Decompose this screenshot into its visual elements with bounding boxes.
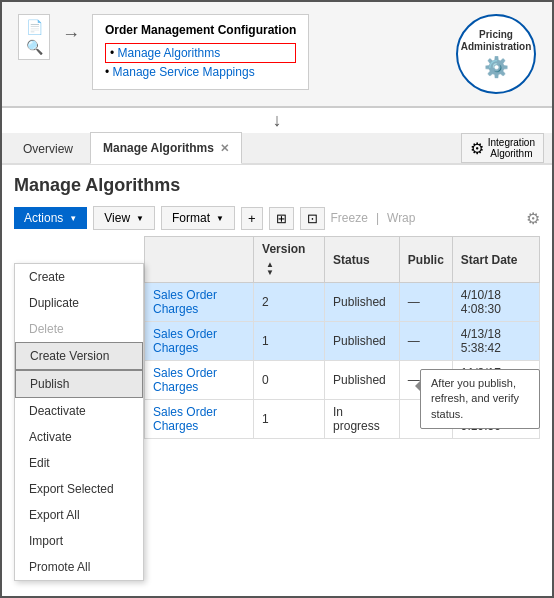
- row1-version: 2: [254, 283, 325, 322]
- tab-manage-algorithms-label: Manage Algorithms: [103, 141, 214, 155]
- tabs-bar: Overview Manage Algorithms ✕ ⚙ Integrati…: [2, 133, 552, 165]
- version-sort-icon[interactable]: ▲▼: [266, 261, 274, 277]
- row3-version: 0: [254, 361, 325, 400]
- callout-verify: After you publish, refresh, and verify s…: [420, 369, 540, 429]
- grid-button[interactable]: ⊞: [269, 207, 294, 230]
- pricing-admin-circle[interactable]: PricingAdministration ⚙️: [456, 14, 536, 94]
- top-left: 📄 🔍 → Order Management Configuration Man…: [18, 14, 309, 90]
- dropdown-item-edit[interactable]: Edit: [15, 450, 143, 476]
- dropdown-item-promote-all[interactable]: Promote All: [15, 554, 143, 580]
- config-box: Order Management Configuration Manage Al…: [92, 14, 309, 90]
- tab-overview[interactable]: Overview: [10, 132, 86, 164]
- wrap-label: Wrap: [387, 211, 415, 225]
- th-version: Version ▲▼: [254, 237, 325, 283]
- doc-icon: 📄: [26, 19, 43, 35]
- tab-overview-label: Overview: [23, 142, 73, 156]
- manage-service-mappings-link[interactable]: Manage Service Mappings: [113, 65, 255, 79]
- table-row: Sales Order Charges 1 Published — 4/13/1…: [145, 322, 540, 361]
- view-label: View: [104, 211, 130, 225]
- format-caret-icon: ▼: [216, 214, 224, 223]
- th-status: Status: [325, 237, 400, 283]
- toolbar: Actions ▼ View ▼ Format ▼ + ⊞ ⊡ Freeze |…: [14, 206, 540, 230]
- tab-manage-algorithms[interactable]: Manage Algorithms ✕: [90, 132, 242, 164]
- dropdown-item-export-all[interactable]: Export All: [15, 502, 143, 528]
- integration-algorithm-label: IntegrationAlgorithm: [488, 137, 535, 159]
- export-button[interactable]: ⊡: [300, 207, 325, 230]
- table-area: Create versions. Refresh page before you…: [144, 236, 540, 439]
- row4-link[interactable]: Sales Order Charges: [153, 405, 217, 433]
- dropdown-item-duplicate[interactable]: Duplicate: [15, 290, 143, 316]
- main-content: Manage Algorithms Actions ▼ View ▼ Forma…: [2, 165, 552, 449]
- actions-caret-icon: ▼: [69, 214, 77, 223]
- row1-public: —: [399, 283, 452, 322]
- row1-status: Published: [325, 283, 400, 322]
- arrow-right-icon: →: [62, 24, 80, 45]
- row2-name[interactable]: Sales Order Charges: [145, 322, 254, 361]
- row4-name[interactable]: Sales Order Charges: [145, 400, 254, 439]
- config-menu: Manage Algorithms Manage Service Mapping…: [105, 43, 296, 81]
- actions-dropdown: Create Duplicate Delete Create Version P…: [14, 263, 144, 581]
- dropdown-item-create[interactable]: Create: [15, 264, 143, 290]
- arrow-down-icon: ↓: [2, 108, 552, 133]
- th-start-date: Start Date: [452, 237, 539, 283]
- dropdown-item-export-selected[interactable]: Export Selected: [15, 476, 143, 502]
- table-header-row: Version ▲▼ Status Public Start Date: [145, 237, 540, 283]
- integration-algorithm-button[interactable]: ⚙ IntegrationAlgorithm: [461, 133, 544, 163]
- row4-status: In progress: [325, 400, 400, 439]
- top-section: 📄 🔍 → Order Management Configuration Man…: [2, 2, 552, 108]
- row2-public: —: [399, 322, 452, 361]
- row3-name[interactable]: Sales Order Charges: [145, 361, 254, 400]
- separator: |: [376, 211, 379, 225]
- menu-item-manage-service-mappings[interactable]: Manage Service Mappings: [105, 63, 296, 81]
- callout-verify-text: After you publish, refresh, and verify s…: [431, 377, 519, 420]
- row3-status: Published: [325, 361, 400, 400]
- dropdown-item-publish[interactable]: Publish: [15, 370, 143, 398]
- actions-label: Actions: [24, 211, 63, 225]
- format-button[interactable]: Format ▼: [161, 206, 235, 230]
- th-name: [145, 237, 254, 283]
- row2-link[interactable]: Sales Order Charges: [153, 327, 217, 355]
- add-button[interactable]: +: [241, 207, 263, 230]
- menu-item-manage-algorithms[interactable]: Manage Algorithms: [105, 43, 296, 63]
- config-title: Order Management Configuration: [105, 23, 296, 37]
- format-label: Format: [172, 211, 210, 225]
- row3-link[interactable]: Sales Order Charges: [153, 366, 217, 394]
- actions-button[interactable]: Actions ▼: [14, 207, 87, 229]
- settings-icon[interactable]: ⚙: [526, 209, 540, 228]
- page-title: Manage Algorithms: [14, 175, 540, 196]
- manage-algorithms-link[interactable]: Manage Algorithms: [118, 46, 221, 60]
- th-public: Public: [399, 237, 452, 283]
- search-icon: 🔍: [26, 39, 43, 55]
- row1-start-date: 4/10/18 4:08:30: [452, 283, 539, 322]
- row2-status: Published: [325, 322, 400, 361]
- row2-start-date: 4/13/18 5:38:42: [452, 322, 539, 361]
- row2-version: 1: [254, 322, 325, 361]
- dropdown-item-deactivate[interactable]: Deactivate: [15, 398, 143, 424]
- view-button[interactable]: View ▼: [93, 206, 155, 230]
- pricing-admin-label: PricingAdministration: [461, 29, 532, 53]
- row1-link[interactable]: Sales Order Charges: [153, 288, 217, 316]
- tab-close-icon[interactable]: ✕: [220, 142, 229, 155]
- table-row: Sales Order Charges 2 Published — 4/10/1…: [145, 283, 540, 322]
- view-caret-icon: ▼: [136, 214, 144, 223]
- dropdown-item-delete: Delete: [15, 316, 143, 342]
- dropdown-item-create-version[interactable]: Create Version: [15, 342, 143, 370]
- dropdown-item-activate[interactable]: Activate: [15, 424, 143, 450]
- row1-name[interactable]: Sales Order Charges: [145, 283, 254, 322]
- dropdown-item-import[interactable]: Import: [15, 528, 143, 554]
- row4-version: 1: [254, 400, 325, 439]
- pricing-admin-icon: ⚙️: [484, 55, 509, 79]
- icon-sidebar: 📄 🔍: [18, 14, 50, 60]
- freeze-label: Freeze: [331, 211, 368, 225]
- gear-icon: ⚙: [470, 139, 484, 158]
